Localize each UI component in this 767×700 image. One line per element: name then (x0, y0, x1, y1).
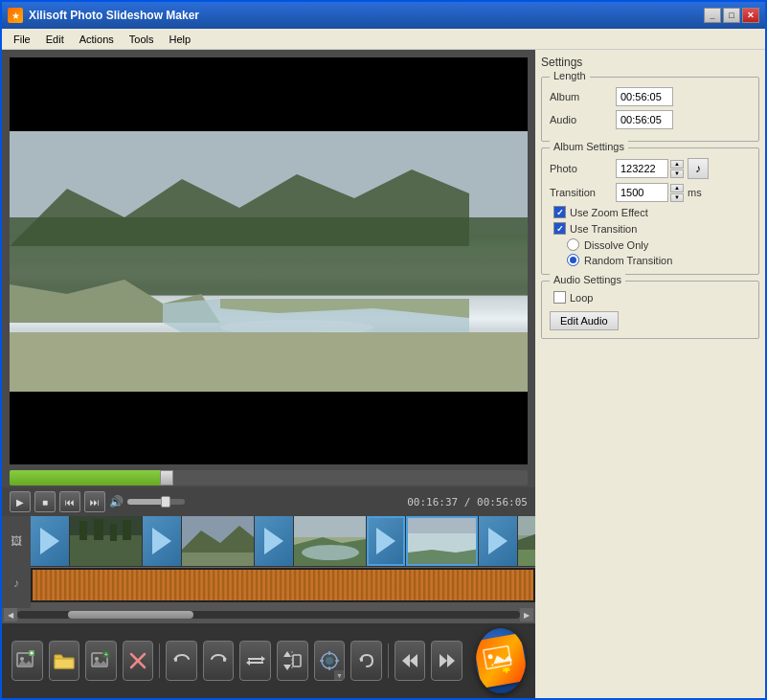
svg-rect-19 (294, 516, 366, 537)
titlebar: ★ Xilisoft Photo Slideshow Maker _ □ ✕ (2, 2, 765, 29)
redo-button[interactable] (203, 641, 235, 681)
menu-actions[interactable]: Actions (72, 32, 122, 47)
delete-button[interactable] (123, 641, 154, 681)
use-transition-checkbox[interactable] (553, 222, 566, 235)
brand-logo[interactable] (476, 628, 526, 693)
dissolve-label: Dissolve Only (584, 239, 648, 251)
note-button[interactable]: ♪ (688, 158, 709, 179)
menu-tools[interactable]: Tools (122, 32, 162, 47)
volume-slider[interactable] (127, 499, 185, 505)
svg-marker-47 (246, 660, 250, 666)
volume-icon: 🔊 (109, 495, 124, 508)
arrow-shape-1 (40, 528, 59, 554)
transition-4[interactable] (367, 516, 405, 566)
random-transition-label: Random Transition (584, 255, 672, 266)
svg-point-53 (326, 657, 333, 665)
photo-input[interactable]: 123222 (616, 159, 668, 178)
length-group-label: Length (550, 70, 590, 81)
transition-up[interactable]: ▲ (670, 184, 684, 192)
minimize-button[interactable]: _ (704, 8, 721, 23)
separator-2 (388, 644, 389, 678)
audio-track[interactable] (31, 568, 535, 602)
stop-icon (42, 497, 48, 508)
window-controls: _ □ ✕ (704, 8, 759, 23)
svg-point-21 (302, 545, 359, 560)
prev-button[interactable] (395, 641, 426, 681)
scroll-left-arrow[interactable]: ◀ (4, 608, 17, 621)
add-music-button[interactable]: ♪ + (85, 641, 117, 681)
photo-label: Photo (550, 163, 612, 174)
random-transition-radio[interactable] (567, 254, 579, 266)
svg-marker-49 (283, 651, 291, 657)
revert-button[interactable] (350, 641, 382, 681)
scrollbar-track[interactable] (17, 611, 520, 619)
progress-thumb[interactable] (160, 470, 173, 485)
length-group: Length Album 00:56:05 Audio 00:56:05 (541, 77, 759, 142)
play-icon (16, 497, 24, 508)
photo-2[interactable] (182, 516, 254, 566)
svg-rect-17 (182, 553, 254, 566)
photo-3[interactable] (294, 516, 366, 566)
photo-1[interactable] (70, 516, 142, 566)
flip-vertical-button[interactable] (277, 641, 308, 681)
svg-rect-51 (293, 655, 301, 666)
album-label: Album (550, 91, 612, 102)
menu-file[interactable]: File (6, 32, 38, 47)
brand-logo-inner (476, 633, 526, 689)
add-photos-button[interactable] (11, 641, 43, 681)
svg-rect-23 (408, 516, 476, 533)
play-button[interactable] (10, 491, 31, 512)
svg-point-65 (487, 654, 493, 660)
progress-bar[interactable] (10, 470, 528, 485)
scrollbar-thumb[interactable] (68, 611, 193, 619)
video-overlay (10, 57, 528, 464)
loop-button[interactable] (239, 641, 271, 681)
next-button[interactable] (431, 641, 462, 681)
svg-rect-14 (123, 520, 131, 540)
menu-help[interactable]: Help (161, 32, 198, 47)
next-frame-button[interactable] (84, 491, 105, 512)
photo-up[interactable]: ▲ (670, 160, 684, 169)
scroll-right-arrow[interactable]: ▶ (520, 608, 533, 621)
svg-rect-27 (518, 516, 535, 535)
photo-5[interactable] (518, 516, 535, 566)
close-button[interactable]: ✕ (742, 8, 759, 23)
transition-input[interactable]: 1500 (616, 183, 668, 202)
black-bar-top (10, 57, 528, 131)
edit-audio-button[interactable]: Edit Audio (550, 311, 619, 330)
transition-1[interactable] (31, 516, 69, 566)
loop-checkbox[interactable] (553, 291, 566, 304)
transition-2[interactable] (143, 516, 181, 566)
svg-rect-29 (518, 550, 535, 566)
album-length-row: Album 00:56:05 (550, 87, 751, 106)
effects-button[interactable]: ▼ (314, 641, 346, 681)
scene-content (10, 131, 528, 392)
transition-down[interactable]: ▼ (670, 193, 684, 202)
prev-frame-button[interactable] (59, 491, 80, 512)
photo-track[interactable] (31, 516, 535, 568)
photo-4[interactable] (406, 516, 478, 566)
window-title: Xilisoft Photo Slideshow Maker (29, 9, 704, 22)
svg-marker-62 (440, 654, 447, 667)
video-preview[interactable] (10, 57, 528, 464)
audio-value: 00:56:05 (616, 110, 673, 129)
zoom-effect-checkbox[interactable] (553, 206, 566, 218)
loop-row: Loop (550, 291, 751, 304)
svg-marker-60 (410, 654, 417, 667)
stop-button[interactable] (34, 491, 56, 512)
timeline-tracks (31, 516, 535, 608)
random-transition-row: Random Transition (567, 254, 751, 266)
arrow-shape-2 (152, 528, 171, 554)
zoom-effect-label: Use Zoom Effect (570, 207, 648, 218)
open-folder-button[interactable] (49, 641, 80, 681)
menu-edit[interactable]: Edit (38, 32, 72, 47)
svg-rect-12 (94, 519, 103, 540)
undo-button[interactable] (166, 641, 197, 681)
photo-down[interactable]: ▼ (670, 169, 684, 178)
transition-row: Transition 1500 ▲ ▼ ms (550, 183, 751, 202)
transition-5[interactable] (479, 516, 517, 566)
dissolve-radio[interactable] (567, 238, 579, 251)
maximize-button[interactable]: □ (723, 8, 740, 23)
transition-3[interactable] (255, 516, 293, 566)
album-settings-label: Album Settings (550, 141, 628, 152)
